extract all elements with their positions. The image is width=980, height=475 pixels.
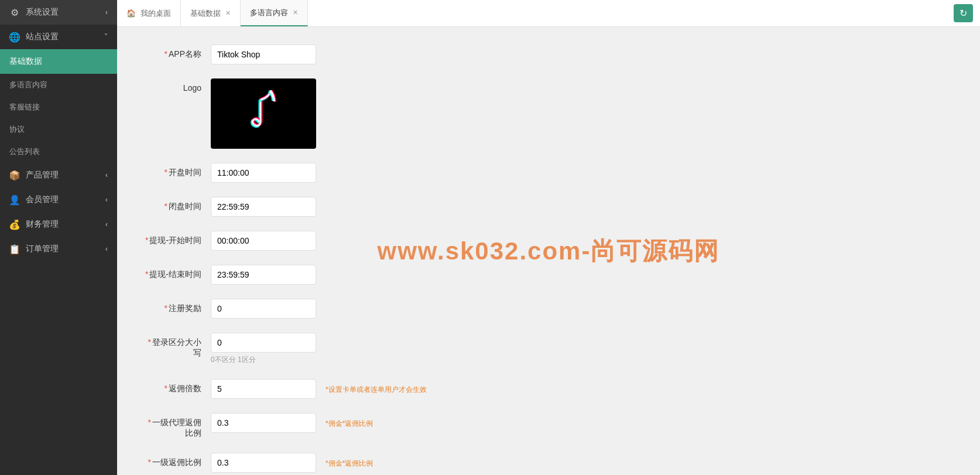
- main-content: 🏠 我的桌面 基础数据 ✕ 多语言内容 ✕ ↻ www.sk032.com-尚可…: [117, 0, 980, 475]
- login-case-input[interactable]: [211, 333, 316, 353]
- sidebar-item-label: 产品管理: [26, 170, 59, 180]
- tab-label: 多语言内容: [250, 8, 288, 18]
- sidebar-item-label: 系统设置: [26, 7, 59, 18]
- chevron-left-icon: ‹: [105, 8, 108, 16]
- gear-icon: ⚙: [9, 7, 20, 18]
- form-row-register-reward: 注册奖励: [141, 299, 957, 319]
- tab-close-multilang[interactable]: ✕: [293, 9, 298, 16]
- withdraw-start-label: 提现-开始时间: [141, 231, 211, 246]
- chevron-down-icon: ˅: [104, 33, 108, 41]
- login-case-control: 0不区分 1区分: [211, 333, 316, 365]
- chevron-left-icon: ‹: [105, 245, 108, 253]
- sidebar-item-announcement[interactable]: 公告列表: [0, 141, 117, 163]
- sidebar-item-label: 基础数据: [9, 56, 42, 67]
- form-row-agent1-rebate: 一级代理返佣比例 *佣金*返佣比例: [141, 413, 957, 439]
- tab-label: 我的桌面: [141, 8, 171, 19]
- sidebar-item-agreement[interactable]: 协议: [0, 118, 117, 141]
- home-icon: 🏠: [126, 9, 136, 18]
- tab-bar-right: ↻: [954, 4, 980, 22]
- close-time-label: 闭盘时间: [141, 197, 211, 212]
- sidebar-item-system-settings[interactable]: ⚙ 系统设置 ‹: [0, 0, 117, 25]
- sidebar-item-product-mgmt[interactable]: 📦 产品管理 ‹: [0, 163, 117, 187]
- sidebar-item-customer-link[interactable]: 客服链接: [0, 96, 117, 118]
- form-row-withdraw-start: 提现-开始时间: [141, 231, 957, 251]
- sidebar-item-label: 多语言内容: [9, 80, 47, 89]
- sidebar-item-label: 协议: [9, 125, 25, 134]
- sidebar-item-site-settings[interactable]: 🌐 站点设置 ˅: [0, 25, 117, 49]
- rebate-multiplier-control: [211, 379, 316, 399]
- form-row-rebate-multiplier: 返佣倍数 *设置卡单或者连单用户才会生效: [141, 379, 957, 399]
- sidebar-item-label: 站点设置: [26, 32, 59, 42]
- open-time-label: 开盘时间: [141, 163, 211, 178]
- order-icon: 📋: [9, 244, 20, 254]
- withdraw-end-label: 提现-结束时间: [141, 265, 211, 280]
- open-time-control: [211, 163, 316, 183]
- refresh-button[interactable]: ↻: [954, 4, 973, 22]
- agent1-rebate-control: [211, 413, 316, 433]
- form-row-app-name: APP名称: [141, 45, 957, 64]
- login-case-label: 登录区分大小写: [141, 333, 211, 358]
- close-time-control: [211, 197, 316, 217]
- chevron-left-icon: ‹: [105, 171, 108, 179]
- register-reward-control: [211, 299, 316, 319]
- sidebar-item-label: 客服链接: [9, 102, 40, 111]
- withdraw-start-input[interactable]: [211, 231, 316, 251]
- sidebar-item-label: 会员管理: [26, 194, 59, 205]
- withdraw-end-input[interactable]: [211, 265, 316, 285]
- withdraw-start-control: [211, 231, 316, 251]
- agent1-rebate-hint: *佣金*返佣比例: [325, 413, 373, 429]
- chevron-left-icon: ‹: [105, 220, 108, 228]
- page-content: www.sk032.com-尚可源码网 APP名称 Logo: [117, 27, 980, 475]
- form-row-level1-rebate: 一级返佣比例 *佣金*返佣比例: [141, 453, 957, 473]
- form-row-close-time: 闭盘时间: [141, 197, 957, 217]
- tab-close-basic-data[interactable]: ✕: [225, 9, 231, 17]
- close-time-input[interactable]: [211, 197, 316, 217]
- tiktok-logo-image: [240, 90, 287, 137]
- logo-control: [211, 78, 316, 149]
- sidebar-item-label: 订单管理: [26, 244, 59, 254]
- site-icon: 🌐: [9, 32, 20, 42]
- sidebar-item-finance-mgmt[interactable]: 💰 财务管理 ‹: [0, 212, 117, 237]
- withdraw-end-control: [211, 265, 316, 285]
- login-case-hint: 0不区分 1区分: [211, 355, 316, 365]
- tab-my-desktop[interactable]: 🏠 我的桌面: [117, 0, 181, 26]
- logo-label: Logo: [141, 78, 211, 93]
- form-row-logo: Logo: [141, 78, 957, 149]
- rebate-multiplier-hint: *设置卡单或者连单用户才会生效: [325, 379, 427, 395]
- agent1-rebate-label: 一级代理返佣比例: [141, 413, 211, 439]
- sidebar-item-basic-data[interactable]: 基础数据: [0, 49, 117, 74]
- finance-icon: 💰: [9, 219, 20, 230]
- level1-rebate-input[interactable]: [211, 453, 316, 473]
- open-time-input[interactable]: [211, 163, 316, 183]
- sidebar-item-label: 公告列表: [9, 147, 40, 156]
- level1-rebate-hint: *佣金*返佣比例: [325, 453, 373, 469]
- sidebar: ⚙ 系统设置 ‹ 🌐 站点设置 ˅ 基础数据 多语言内容 客服链接 协议 公告列…: [0, 0, 117, 475]
- tab-bar: 🏠 我的桌面 基础数据 ✕ 多语言内容 ✕ ↻: [117, 0, 980, 27]
- app-name-input[interactable]: [211, 45, 316, 64]
- product-icon: 📦: [9, 170, 20, 180]
- app-name-label: APP名称: [141, 45, 211, 60]
- register-reward-label: 注册奖励: [141, 299, 211, 314]
- sidebar-item-label: 财务管理: [26, 219, 59, 230]
- tab-multilang-content[interactable]: 多语言内容 ✕: [241, 0, 308, 26]
- register-reward-input[interactable]: [211, 299, 316, 319]
- tab-label: 基础数据: [190, 8, 221, 19]
- sidebar-item-member-mgmt[interactable]: 👤 会员管理 ‹: [0, 187, 117, 212]
- sidebar-item-order-mgmt[interactable]: 📋 订单管理 ‹: [0, 237, 117, 261]
- rebate-multiplier-input[interactable]: [211, 379, 316, 399]
- form-row-withdraw-end: 提现-结束时间: [141, 265, 957, 285]
- level1-rebate-control: [211, 453, 316, 473]
- agent1-rebate-input[interactable]: [211, 413, 316, 433]
- logo-box[interactable]: [211, 78, 316, 149]
- level1-rebate-label: 一级返佣比例: [141, 453, 211, 468]
- sidebar-item-multilang[interactable]: 多语言内容: [0, 74, 117, 96]
- app-name-control: [211, 45, 316, 64]
- form-row-open-time: 开盘时间: [141, 163, 957, 183]
- tab-basic-data[interactable]: 基础数据 ✕: [181, 0, 241, 26]
- member-icon: 👤: [9, 194, 20, 205]
- chevron-left-icon: ‹: [105, 196, 108, 204]
- rebate-multiplier-label: 返佣倍数: [141, 379, 211, 394]
- form-row-login-case: 登录区分大小写 0不区分 1区分: [141, 333, 957, 365]
